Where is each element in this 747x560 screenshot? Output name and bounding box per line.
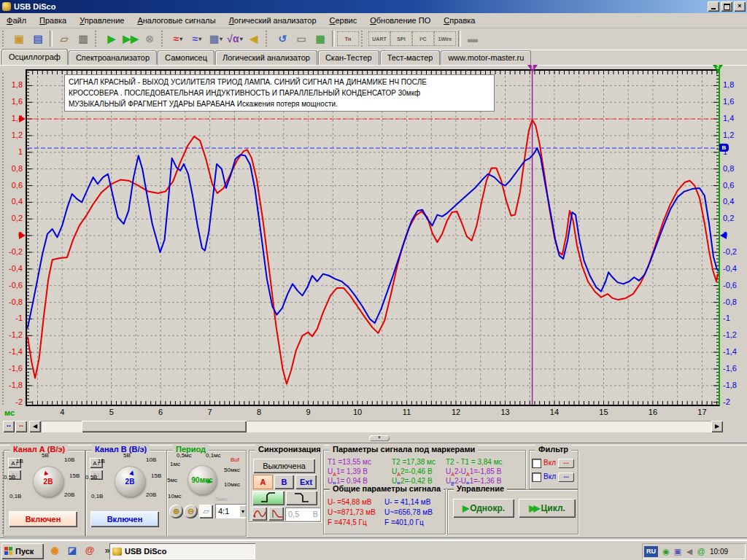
combobox-arrow-icon[interactable]: ▾: [240, 506, 246, 517]
tab-спектроанализатор[interactable]: Спектроанализатор: [69, 50, 157, 65]
filter-a-settings-button[interactable]: ...: [558, 459, 574, 468]
tab-www.motor-master.ru[interactable]: www.motor-master.ru: [441, 50, 531, 65]
tab-тест-мастер[interactable]: Тест-мастер: [380, 50, 441, 65]
sync-rising-edge-button[interactable]: [252, 491, 285, 505]
marker2-button[interactable]: ..: [15, 421, 27, 432]
display-button[interactable]: ▭: [292, 30, 311, 47]
tab-скан-тестер[interactable]: Скан-Тестер: [318, 50, 379, 65]
period-knob[interactable]: 90мкс▶: [187, 465, 217, 494]
channel-a-scale-label: 15В: [69, 472, 80, 479]
channel-b-knob[interactable]: 2В▶: [115, 466, 145, 497]
launch-app-icon[interactable]: ◪: [66, 544, 79, 557]
new-page-button[interactable]: ▱: [199, 505, 213, 518]
volume-tray-icon[interactable]: ◀: [684, 545, 695, 557]
toolbar-grip[interactable]: [361, 31, 366, 47]
sound-button[interactable]: ◀: [244, 30, 263, 47]
t-meter-button[interactable]: Тн: [337, 31, 359, 46]
mail-agent-icon[interactable]: @: [83, 544, 96, 557]
signal-a-menu-button[interactable]: ≈▾: [169, 30, 187, 47]
toolbar-grip[interactable]: [266, 31, 271, 47]
refresh-button[interactable]: ↺: [273, 30, 292, 47]
start-cycle-button[interactable]: ▶▶: [121, 30, 140, 47]
single-run-button[interactable]: ▶Однокр.: [453, 499, 514, 518]
export-button[interactable]: ▱: [55, 30, 74, 47]
menu-аналоговые[interactable]: Аналоговые сигналы: [131, 14, 222, 28]
taskbar-task-usb-disco[interactable]: USB DiSco: [109, 543, 255, 559]
sync-mode1-button[interactable]: [252, 507, 267, 521]
menu-управление[interactable]: Управление: [73, 14, 131, 28]
menu-сервис[interactable]: Сервис: [323, 14, 364, 28]
daemon-tools-icon[interactable]: ◉: [48, 544, 61, 557]
save-button[interactable]: ▤: [28, 30, 47, 47]
level-b-marker[interactable]: В: [719, 144, 729, 152]
scrollbar-thumb[interactable]: [82, 421, 247, 432]
scroll-right-button[interactable]: ▶: [711, 421, 723, 432]
tab-самописец[interactable]: Самописец: [158, 50, 214, 65]
chip-button[interactable]: ▬: [463, 30, 482, 47]
menu-логический[interactable]: Логический анализатор: [222, 14, 323, 28]
time-marker-1[interactable]: 1: [527, 65, 538, 72]
sync-off-button[interactable]: Выключена: [253, 459, 315, 473]
scroll-left-button[interactable]: ◀: [29, 421, 41, 432]
chevron-more-icon[interactable]: »: [101, 544, 114, 557]
marker1-button[interactable]: ..: [3, 421, 15, 432]
channel-a-enable-button[interactable]: Включен: [9, 511, 77, 527]
uart-button[interactable]: UART: [368, 31, 390, 46]
zoom-in-button[interactable]: ⊕: [169, 505, 183, 518]
close-button[interactable]: ×: [734, 1, 746, 12]
dropdown-arrow-icon[interactable]: ▾: [220, 36, 222, 42]
zero-b-arrow[interactable]: [720, 232, 727, 239]
marker-param-value: UА2=-0,46 В: [392, 467, 433, 477]
mail-tray-icon[interactable]: @: [695, 545, 707, 557]
spi-button[interactable]: SPI: [390, 31, 412, 46]
dropdown-arrow-icon[interactable]: ▾: [198, 36, 201, 42]
ratio-combobox[interactable]: 4:1▾: [215, 504, 246, 518]
network-tray-icon[interactable]: ▣: [672, 545, 684, 557]
dropdown-arrow-icon[interactable]: ▾: [240, 36, 243, 42]
minimize-button[interactable]: [708, 1, 719, 12]
channel-b-enable-button[interactable]: Включен: [90, 511, 159, 527]
dropdown-arrow-icon[interactable]: ▾: [179, 36, 182, 42]
sync-source-a-button[interactable]: А: [253, 475, 273, 489]
print-button[interactable]: ▥: [74, 30, 93, 47]
cycle-run-button[interactable]: ▶▶Цикл.: [519, 499, 576, 518]
signal-b-menu-button[interactable]: ≈▾: [187, 30, 206, 47]
sync-falling-edge-button[interactable]: [286, 491, 317, 505]
i2c-button[interactable]: I²C: [412, 31, 434, 46]
open-button[interactable]: ▣: [9, 30, 28, 47]
stop-button[interactable]: ⊗: [140, 30, 159, 47]
1wire-button[interactable]: 1Wire: [434, 31, 456, 46]
menu-файл[interactable]: Файл: [0, 14, 33, 28]
calculator-button[interactable]: ▦▾: [206, 30, 225, 47]
level-a-arrow[interactable]: [19, 115, 26, 122]
filter-a-checkbox[interactable]: [532, 459, 541, 468]
channel-a-knob[interactable]: 2В▶: [33, 466, 63, 497]
restore-button[interactable]: [721, 1, 732, 12]
toolbar-grip[interactable]: [95, 31, 100, 47]
filter-b-checkbox[interactable]: [532, 472, 541, 482]
sync-source-ext-button[interactable]: Ext: [295, 475, 317, 489]
time-marker-2[interactable]: 2: [713, 65, 723, 72]
menu-обновление[interactable]: Обновление ПО: [363, 14, 437, 28]
sync-source-b-button[interactable]: В: [274, 475, 294, 489]
language-indicator[interactable]: RU: [644, 546, 658, 557]
panel-collapse-button[interactable]: ▼: [369, 435, 390, 441]
toolbar-grip[interactable]: [2, 31, 7, 47]
zoom-out-button[interactable]: ⊖: [184, 505, 198, 518]
tab-осциллограф[interactable]: Осциллограф: [1, 49, 68, 65]
math-button[interactable]: √α▾: [225, 30, 244, 47]
start-button[interactable]: Пуск: [1, 543, 44, 559]
table-button[interactable]: ▦: [311, 30, 330, 47]
waveform-plot[interactable]: [26, 69, 720, 406]
tab-логический-анализатор[interactable]: Логический анализатор: [215, 50, 317, 65]
sync-level-input[interactable]: 0,5В: [285, 508, 320, 521]
antivirus-tray-icon[interactable]: ◉: [660, 545, 672, 557]
menu-справка[interactable]: Справка: [437, 14, 481, 28]
start-once-button[interactable]: ▶: [102, 30, 121, 47]
toolbar-grip[interactable]: [161, 31, 166, 47]
zero-a-arrow[interactable]: [19, 232, 26, 239]
sync-mode2-button[interactable]: [268, 507, 284, 521]
menu-правка[interactable]: Правка: [33, 14, 73, 28]
annotation-box[interactable]: СИГНАЛ КРАСНЫЙ - ВЫХОД УСИЛИТЕЛЯ ТРИОД Л…: [64, 74, 495, 112]
filter-b-settings-button[interactable]: ...: [558, 472, 574, 482]
